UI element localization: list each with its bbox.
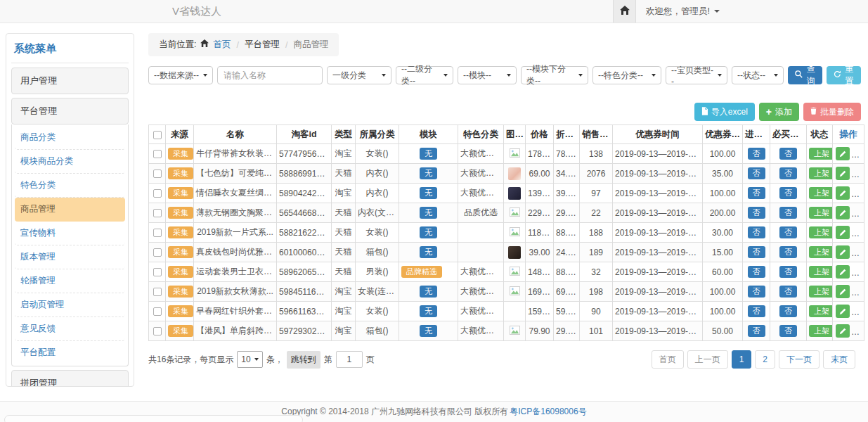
filter-select-1[interactable]: --数据来源-- bbox=[148, 66, 213, 84]
filter-select-4[interactable]: --模块-- bbox=[458, 66, 517, 84]
filter-select-8[interactable]: --状态-- bbox=[732, 66, 784, 84]
must-buy-toggle[interactable]: 否 bbox=[779, 325, 797, 338]
edit-button[interactable] bbox=[836, 186, 850, 200]
import-select-toggle[interactable]: 否 bbox=[748, 167, 765, 180]
row-checkbox[interactable] bbox=[153, 288, 162, 296]
must-buy-toggle[interactable]: 否 bbox=[779, 266, 797, 279]
status-badge[interactable]: 上架 bbox=[809, 325, 833, 338]
user-dropdown[interactable]: 欢迎您，管理员! bbox=[636, 6, 868, 18]
must-buy-toggle[interactable]: 否 bbox=[779, 226, 797, 239]
sidebar-item[interactable]: 版本管理 bbox=[15, 245, 125, 269]
bulk-delete-button[interactable]: 批量删除 bbox=[803, 103, 861, 121]
page-number-input[interactable] bbox=[336, 351, 363, 368]
must-buy-toggle[interactable]: 否 bbox=[779, 286, 797, 298]
row-checkbox[interactable] bbox=[153, 150, 162, 158]
table-row: 采集牛仔背带裤女秋装减龄...577479560965淘宝女装()无大额优惠券1… bbox=[149, 144, 864, 164]
sidebar-item[interactable]: 商品分类 bbox=[15, 126, 125, 150]
breadcrumb-home-link[interactable]: 首页 bbox=[213, 39, 231, 51]
must-buy-toggle[interactable]: 否 bbox=[779, 305, 797, 318]
status-cell: 上架 bbox=[807, 243, 833, 262]
import-select-toggle[interactable]: 否 bbox=[748, 207, 765, 219]
must-buy-toggle[interactable]: 否 bbox=[779, 167, 797, 180]
sidebar-item-active[interactable]: 商品管理 bbox=[15, 198, 125, 222]
edit-button[interactable] bbox=[836, 324, 850, 338]
sidebar-item[interactable]: 平台配置 bbox=[15, 341, 125, 364]
row-checkbox[interactable] bbox=[153, 189, 162, 198]
status-badge[interactable]: 上架 bbox=[809, 167, 833, 180]
row-checkbox[interactable] bbox=[153, 248, 162, 257]
icon-cell bbox=[504, 282, 526, 302]
status-badge[interactable]: 上架 bbox=[809, 187, 833, 200]
must-buy-toggle[interactable]: 否 bbox=[779, 148, 797, 160]
select-all-checkbox[interactable] bbox=[153, 131, 162, 139]
pager-末页[interactable]: 末页 bbox=[823, 350, 855, 369]
pager-2[interactable]: 2 bbox=[755, 350, 775, 369]
status-badge[interactable]: 上架 bbox=[809, 305, 833, 318]
filter-select-3[interactable]: --二级分类-- bbox=[396, 66, 453, 84]
sidebar-item[interactable]: 特色分类 bbox=[15, 174, 125, 198]
import-select-toggle[interactable]: 否 bbox=[748, 148, 765, 160]
edit-button[interactable] bbox=[836, 167, 850, 180]
pager-首页[interactable]: 首页 bbox=[652, 350, 684, 369]
must-buy-toggle[interactable]: 否 bbox=[779, 246, 797, 259]
import-select-toggle[interactable]: 否 bbox=[748, 246, 765, 259]
import-select-toggle[interactable]: 否 bbox=[748, 266, 765, 279]
edit-button[interactable] bbox=[836, 285, 850, 298]
status-badge[interactable]: 上架 bbox=[809, 148, 833, 160]
row-checkbox[interactable] bbox=[153, 268, 162, 276]
status-cell: 上架 bbox=[807, 144, 833, 164]
row-checkbox[interactable] bbox=[153, 209, 162, 217]
sidebar-item[interactable]: 意见反馈 bbox=[15, 317, 125, 341]
must-buy-toggle[interactable]: 否 bbox=[779, 187, 797, 200]
sidebar-group-1[interactable]: 用户管理 bbox=[11, 68, 129, 94]
operations-cell bbox=[833, 164, 864, 184]
per-page-select[interactable]: 10 bbox=[237, 351, 262, 368]
pager-上一页[interactable]: 上一页 bbox=[687, 350, 728, 369]
import-select-toggle[interactable]: 否 bbox=[748, 286, 765, 298]
status-badge[interactable]: 上架 bbox=[809, 207, 833, 219]
search-button[interactable]: 查询 bbox=[788, 66, 822, 84]
import-select-toggle[interactable]: 否 bbox=[748, 226, 765, 239]
pager-下一页[interactable]: 下一页 bbox=[779, 350, 820, 369]
module-cell: 无 bbox=[399, 203, 458, 223]
row-checkbox[interactable] bbox=[153, 327, 162, 335]
pager-1[interactable]: 1 bbox=[732, 350, 752, 369]
sidebar-item[interactable]: 模块商品分类 bbox=[15, 150, 125, 174]
sidebar-item[interactable]: 轮播管理 bbox=[15, 269, 125, 293]
row-checkbox[interactable] bbox=[153, 229, 162, 237]
import-select-toggle[interactable]: 否 bbox=[748, 187, 765, 200]
status-badge[interactable]: 上架 bbox=[809, 246, 833, 259]
row-checkbox[interactable] bbox=[153, 307, 162, 316]
status-badge[interactable]: 上架 bbox=[809, 286, 833, 298]
add-button[interactable]: + 添加 bbox=[759, 103, 799, 121]
import-select-toggle[interactable]: 否 bbox=[748, 325, 765, 338]
import-excel-button[interactable]: 导入excel bbox=[694, 103, 755, 121]
filter-select-5[interactable]: --模块下分类-- bbox=[521, 66, 588, 84]
filter-select-value: --特色分类-- bbox=[598, 70, 643, 82]
sidebar-group-3[interactable]: 拼团管理 bbox=[11, 370, 129, 387]
icp-link[interactable]: 粤ICP备16098006号 bbox=[510, 406, 586, 418]
jump-button[interactable]: 跳转到 bbox=[287, 351, 320, 369]
sidebar-item[interactable]: 启动页管理 bbox=[15, 293, 125, 317]
filter-select-7[interactable]: --宝贝类型-- bbox=[666, 66, 727, 84]
status-badge[interactable]: 上架 bbox=[809, 226, 833, 239]
edit-button[interactable] bbox=[836, 147, 850, 160]
sidebar-group-2[interactable]: 平台管理 bbox=[11, 98, 129, 124]
filter-bar: --数据来源-- 一级分类--二级分类----模块----模块下分类----特色… bbox=[148, 66, 861, 84]
edit-button[interactable] bbox=[836, 305, 850, 318]
row-checkbox[interactable] bbox=[153, 170, 162, 178]
sidebar-item[interactable]: 宣传物料 bbox=[15, 222, 125, 245]
filter-select-6[interactable]: --特色分类-- bbox=[592, 66, 661, 84]
edit-button[interactable] bbox=[836, 245, 850, 259]
edit-button[interactable] bbox=[836, 265, 850, 279]
import-select-toggle[interactable]: 否 bbox=[748, 305, 765, 318]
edit-button[interactable] bbox=[836, 226, 850, 239]
edit-button[interactable] bbox=[836, 206, 850, 219]
must-buy-toggle[interactable]: 否 bbox=[779, 207, 797, 219]
home-button[interactable] bbox=[613, 0, 636, 23]
status-badge[interactable]: 上架 bbox=[809, 266, 833, 279]
status-cell: 上架 bbox=[807, 223, 833, 243]
name-search-input[interactable] bbox=[217, 66, 323, 84]
filter-select-2[interactable]: 一级分类 bbox=[327, 66, 391, 84]
reset-button[interactable]: 重置 bbox=[827, 66, 861, 84]
